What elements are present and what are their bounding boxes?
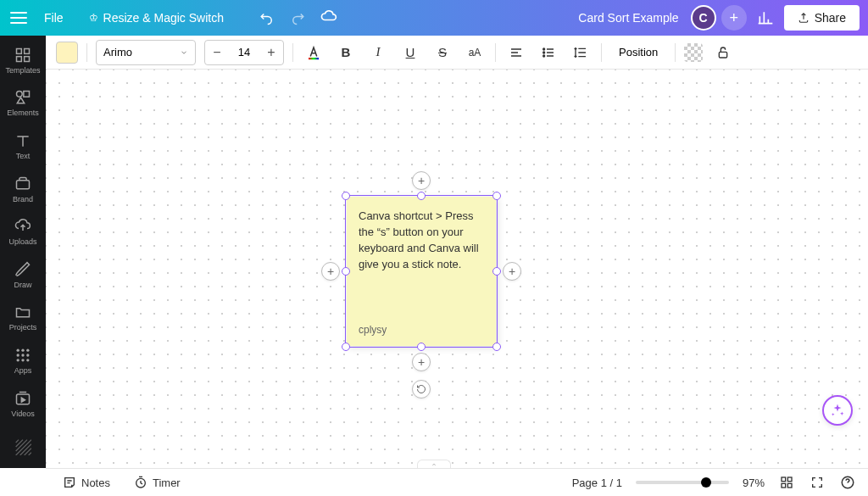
svg-rect-25 bbox=[782, 483, 786, 488]
font-size-decrease[interactable]: − bbox=[205, 41, 229, 64]
sidebar-item-uploads[interactable]: Uploads bbox=[0, 210, 46, 254]
document-title-input[interactable] bbox=[516, 8, 686, 28]
resize-handle-tr[interactable] bbox=[492, 192, 501, 200]
sidebar-item-apps[interactable]: Apps bbox=[0, 339, 46, 382]
analytics-button[interactable] bbox=[752, 4, 779, 31]
strikethrough-button[interactable]: S bbox=[431, 41, 454, 64]
resize-handle-right[interactable] bbox=[492, 267, 501, 276]
sidebar-item-templates[interactable]: Templates bbox=[0, 39, 46, 82]
svg-rect-26 bbox=[787, 483, 792, 488]
add-collaborator-button[interactable]: + bbox=[721, 5, 747, 31]
sidebar-label: Templates bbox=[5, 66, 40, 75]
list-button[interactable] bbox=[537, 41, 560, 64]
resize-handle-bottom[interactable] bbox=[417, 343, 426, 351]
sidebar-item-projects[interactable]: Projects bbox=[0, 297, 46, 340]
underline-button[interactable]: U bbox=[398, 41, 422, 64]
upload-icon bbox=[798, 12, 810, 24]
fullscreen-button[interactable] bbox=[809, 474, 826, 491]
sidebar-item-draw[interactable]: Draw bbox=[0, 254, 46, 297]
add-sticky-top[interactable]: + bbox=[412, 171, 431, 190]
fullscreen-icon bbox=[810, 476, 824, 489]
sidebar-label: Elements bbox=[7, 109, 39, 117]
text-color-icon bbox=[306, 45, 321, 60]
add-sticky-right[interactable]: + bbox=[503, 262, 521, 281]
font-family-select[interactable]: Arimo bbox=[96, 40, 196, 65]
align-left-icon bbox=[509, 46, 523, 59]
resize-magic-switch[interactable]: ♔Resize & Magic Switch bbox=[79, 6, 234, 30]
text-color-button[interactable] bbox=[302, 41, 326, 64]
bold-button[interactable]: B bbox=[334, 41, 358, 64]
fill-color-swatch[interactable] bbox=[56, 42, 78, 64]
top-header: File ♔Resize & Magic Switch C + Share bbox=[0, 0, 868, 36]
font-size-input[interactable] bbox=[229, 46, 259, 59]
italic-button[interactable]: I bbox=[366, 41, 390, 64]
font-size-stepper: − + bbox=[204, 40, 284, 65]
sidebar-item-brand[interactable]: Brand bbox=[0, 168, 46, 211]
sidebar-item-elements[interactable]: Elements bbox=[0, 82, 46, 125]
add-sticky-left[interactable]: + bbox=[321, 262, 340, 281]
text-case-button[interactable]: aA bbox=[463, 41, 487, 64]
notes-icon bbox=[63, 476, 76, 489]
hatch-icon bbox=[14, 438, 31, 455]
svg-point-20 bbox=[543, 55, 545, 57]
svg-rect-6 bbox=[17, 180, 30, 188]
spacing-button[interactable] bbox=[569, 41, 593, 64]
align-button[interactable] bbox=[504, 41, 528, 64]
grid-view-button[interactable] bbox=[778, 474, 795, 491]
svg-point-18 bbox=[543, 48, 545, 50]
svg-point-13 bbox=[17, 359, 19, 361]
avatar-initial: C bbox=[699, 11, 708, 25]
zoom-level: 97% bbox=[743, 476, 765, 489]
notes-button[interactable]: Notes bbox=[58, 472, 115, 493]
help-button[interactable] bbox=[839, 474, 856, 491]
undo-icon bbox=[259, 10, 275, 25]
lock-button[interactable] bbox=[711, 41, 735, 64]
resize-handle-left[interactable] bbox=[342, 267, 350, 276]
svg-rect-2 bbox=[17, 56, 22, 61]
transparency-button[interactable] bbox=[684, 43, 703, 62]
svg-point-15 bbox=[26, 359, 29, 361]
undo-button[interactable] bbox=[254, 5, 280, 31]
resize-handle-top[interactable] bbox=[417, 192, 426, 200]
list-icon bbox=[542, 46, 555, 59]
sticky-note-selection[interactable]: Canva shortcut > Press the “s” button on… bbox=[347, 197, 496, 346]
formatting-toolbar: Arimo − + B I U S aA Position bbox=[46, 36, 868, 70]
menu-icon[interactable] bbox=[8, 8, 29, 28]
sidebar-item-text[interactable]: Text bbox=[0, 125, 46, 168]
sidebar-item-more[interactable] bbox=[0, 425, 46, 468]
position-button[interactable]: Position bbox=[610, 42, 666, 62]
resize-handle-br[interactable] bbox=[492, 343, 501, 351]
svg-point-19 bbox=[543, 52, 545, 53]
crown-icon: ♔ bbox=[89, 12, 98, 24]
sidebar-label: Videos bbox=[11, 410, 34, 418]
position-label: Position bbox=[619, 46, 658, 59]
page-indicator: Page 1 / 1 bbox=[572, 476, 622, 489]
chart-icon bbox=[757, 9, 774, 26]
apps-icon bbox=[14, 347, 31, 364]
zoom-slider-thumb[interactable] bbox=[701, 477, 711, 488]
add-sticky-bottom[interactable]: + bbox=[412, 353, 431, 371]
sidebar-label: Apps bbox=[14, 366, 32, 375]
canvas-area[interactable]: Canva shortcut > Press the “s” button on… bbox=[46, 70, 868, 468]
share-button[interactable]: Share bbox=[784, 5, 860, 31]
timer-button[interactable]: Timer bbox=[129, 472, 186, 493]
resize-handle-bl[interactable] bbox=[342, 343, 350, 351]
rotate-handle[interactable] bbox=[412, 380, 431, 398]
magic-ai-button[interactable] bbox=[822, 395, 853, 426]
svg-rect-1 bbox=[25, 48, 30, 53]
notes-label: Notes bbox=[81, 476, 110, 489]
redo-button[interactable] bbox=[285, 5, 310, 31]
selection-frame bbox=[345, 195, 498, 348]
font-size-increase[interactable]: + bbox=[259, 41, 283, 64]
file-menu[interactable]: File bbox=[34, 6, 74, 30]
sidebar-label: Uploads bbox=[8, 237, 36, 246]
zoom-slider[interactable] bbox=[636, 481, 729, 484]
svg-point-12 bbox=[26, 354, 29, 356]
rotate-icon bbox=[416, 384, 426, 394]
user-avatar[interactable]: C bbox=[691, 5, 716, 31]
cloud-sync-button[interactable] bbox=[315, 4, 342, 31]
sidebar-item-videos[interactable]: Videos bbox=[0, 382, 46, 426]
resize-handle-tl[interactable] bbox=[342, 192, 350, 200]
resize-label: Resize & Magic Switch bbox=[103, 11, 224, 25]
page-panel-toggle[interactable] bbox=[417, 460, 451, 468]
